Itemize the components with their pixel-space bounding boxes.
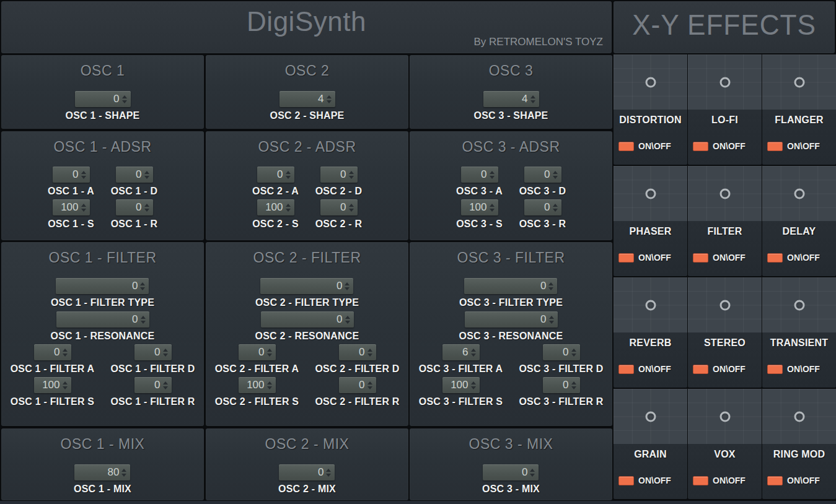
onoff-toggle-flanger[interactable]: ON\OFF (767, 141, 836, 151)
osc3-filter-sustain-spinner[interactable]: 100 (442, 377, 480, 393)
osc2-filter-decay-spinner[interactable]: 0 (339, 344, 376, 360)
spin-down-icon[interactable] (548, 287, 553, 290)
spinner-buttons[interactable] (490, 204, 495, 212)
xy-pad-lofi[interactable] (688, 54, 762, 110)
spin-down-icon[interactable] (349, 176, 354, 179)
spinner-buttons[interactable] (140, 282, 145, 290)
spinner-buttons[interactable] (286, 204, 291, 212)
osc3-sustain-spinner[interactable]: 100 (461, 199, 498, 215)
osc2-filter-release-spinner[interactable]: 0 (339, 377, 376, 393)
spinner-buttons[interactable] (63, 349, 68, 357)
spin-up-icon[interactable] (367, 381, 372, 385)
spin-up-icon[interactable] (549, 316, 554, 319)
spinner-buttons[interactable] (122, 95, 127, 103)
xy-pad-transient[interactable] (762, 277, 836, 332)
xy-pad-flanger[interactable] (762, 54, 836, 110)
xy-pad-phaser[interactable] (614, 166, 687, 221)
spin-down-icon[interactable] (140, 287, 145, 290)
osc1-filter-decay-spinner[interactable]: 0 (134, 344, 172, 360)
spin-down-icon[interactable] (81, 176, 86, 179)
spin-up-icon[interactable] (349, 171, 354, 174)
spin-up-icon[interactable] (326, 469, 331, 472)
spin-up-icon[interactable] (81, 171, 86, 174)
xy-pad-delay[interactable] (762, 166, 836, 221)
xy-pad-handle[interactable] (794, 300, 804, 310)
spinner-buttons[interactable] (367, 349, 372, 357)
spinner-buttons[interactable] (144, 171, 149, 179)
osc1-mix-spinner[interactable]: 80 (74, 464, 130, 480)
spin-up-icon[interactable] (286, 204, 291, 207)
spin-up-icon[interactable] (141, 316, 146, 319)
osc2-release-spinner[interactable]: 0 (320, 199, 358, 215)
spin-down-icon[interactable] (345, 287, 350, 290)
spin-down-icon[interactable] (144, 209, 149, 212)
spinner-buttons[interactable] (286, 171, 291, 179)
osc3-filter-decay-spinner[interactable]: 0 (543, 344, 580, 360)
xy-pad-distortion[interactable] (614, 54, 687, 110)
spinner-buttons[interactable] (367, 381, 372, 389)
osc3-filter-type-spinner[interactable]: 0 (464, 278, 557, 294)
osc3-attack-spinner[interactable]: 0 (461, 167, 498, 183)
spinner-buttons[interactable] (349, 171, 354, 179)
xy-pad-handle[interactable] (645, 77, 656, 87)
onoff-toggle-grain[interactable]: ON\OFF (618, 476, 687, 485)
spin-down-icon[interactable] (571, 354, 576, 357)
spinner-buttons[interactable] (141, 316, 146, 324)
spinner-buttons[interactable] (471, 381, 476, 389)
spin-up-icon[interactable] (548, 282, 553, 285)
onoff-toggle-stereo[interactable]: ON\OFF (693, 364, 762, 374)
osc1-filter-sustain-spinner[interactable]: 100 (34, 377, 71, 393)
spinner-buttons[interactable] (63, 381, 68, 389)
osc2-filter-type-spinner[interactable]: 0 (260, 278, 353, 294)
xy-pad-handle[interactable] (719, 300, 730, 310)
spinner-buttons[interactable] (471, 349, 476, 357)
spinner-buttons[interactable] (553, 204, 558, 212)
onoff-toggle-phaser[interactable]: ON\OFF (618, 253, 687, 263)
spin-down-icon[interactable] (345, 321, 350, 324)
osc3-filter-release-spinner[interactable]: 0 (543, 377, 580, 393)
xy-pad-handle[interactable] (719, 188, 730, 199)
spinner-buttons[interactable] (345, 316, 350, 324)
spin-up-icon[interactable] (140, 282, 145, 285)
xy-pad-handle[interactable] (645, 188, 656, 199)
osc3-release-spinner[interactable]: 0 (524, 199, 561, 215)
spin-down-icon[interactable] (553, 176, 558, 179)
spin-up-icon[interactable] (571, 349, 576, 352)
spin-down-icon[interactable] (490, 176, 495, 179)
spin-down-icon[interactable] (122, 100, 127, 103)
spin-down-icon[interactable] (63, 354, 68, 357)
spin-up-icon[interactable] (345, 282, 350, 285)
spin-up-icon[interactable] (471, 349, 476, 352)
spin-down-icon[interactable] (267, 354, 272, 357)
spin-down-icon[interactable] (530, 100, 535, 103)
spinner-buttons[interactable] (530, 469, 535, 477)
spinner-buttons[interactable] (267, 381, 272, 389)
osc2-filter-attack-spinner[interactable]: 0 (239, 344, 276, 360)
spinner-buttons[interactable] (349, 204, 354, 212)
osc2-decay-spinner[interactable]: 0 (320, 167, 358, 183)
spin-down-icon[interactable] (63, 386, 68, 389)
onoff-toggle-delay[interactable]: ON\OFF (767, 253, 836, 263)
spinner-buttons[interactable] (267, 349, 272, 357)
spinner-buttons[interactable] (553, 171, 558, 179)
spin-up-icon[interactable] (553, 171, 558, 174)
xy-pad-vox[interactable] (688, 389, 762, 444)
spin-up-icon[interactable] (63, 381, 68, 385)
osc3-mix-spinner[interactable]: 0 (483, 464, 539, 480)
spin-down-icon[interactable] (163, 386, 168, 389)
osc1-decay-spinner[interactable]: 0 (116, 167, 153, 183)
spinner-buttons[interactable] (163, 349, 168, 357)
spinner-buttons[interactable] (345, 282, 350, 290)
xy-pad-handle[interactable] (794, 188, 804, 199)
spin-up-icon[interactable] (471, 381, 476, 385)
spin-up-icon[interactable] (490, 171, 495, 174)
spin-down-icon[interactable] (121, 474, 126, 477)
xy-pad-stereo[interactable] (688, 277, 762, 332)
spin-down-icon[interactable] (81, 209, 86, 212)
spinner-buttons[interactable] (326, 469, 331, 477)
spin-up-icon[interactable] (63, 349, 68, 352)
spin-up-icon[interactable] (122, 95, 127, 98)
spin-up-icon[interactable] (345, 316, 350, 319)
xy-pad-handle[interactable] (794, 411, 804, 422)
spin-down-icon[interactable] (267, 386, 272, 389)
